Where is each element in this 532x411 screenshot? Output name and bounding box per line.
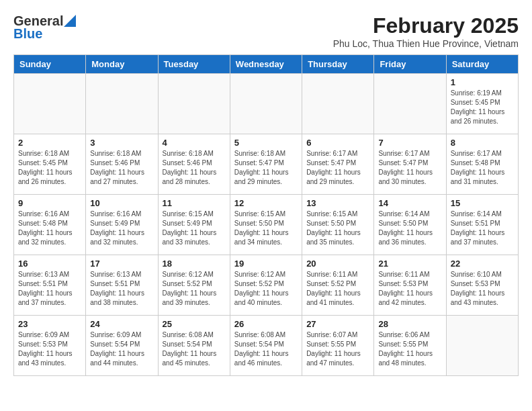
day-number: 25 bbox=[163, 319, 226, 329]
calendar-cell bbox=[302, 74, 374, 134]
day-info: Sunrise: 6:15 AM Sunset: 5:49 PM Dayligh… bbox=[163, 210, 226, 247]
day-info: Sunrise: 6:14 AM Sunset: 5:51 PM Dayligh… bbox=[451, 210, 514, 247]
day-number: 12 bbox=[234, 198, 298, 208]
day-number: 24 bbox=[90, 319, 153, 329]
day-number: 23 bbox=[18, 319, 81, 329]
day-number: 15 bbox=[451, 198, 514, 208]
day-info: Sunrise: 6:15 AM Sunset: 5:50 PM Dayligh… bbox=[306, 210, 369, 247]
day-number: 26 bbox=[234, 319, 298, 329]
calendar-cell: 4Sunrise: 6:18 AM Sunset: 5:46 PM Daylig… bbox=[158, 134, 230, 195]
day-number: 9 bbox=[18, 198, 81, 208]
header-row: SundayMondayTuesdayWednesdayThursdayFrid… bbox=[14, 55, 519, 74]
calendar-cell: 9Sunrise: 6:16 AM Sunset: 5:48 PM Daylig… bbox=[14, 195, 86, 255]
header: General Blue February 2025 Phu Loc, Thua… bbox=[13, 13, 519, 49]
calendar-cell: 6Sunrise: 6:17 AM Sunset: 5:47 PM Daylig… bbox=[302, 134, 374, 195]
day-info: Sunrise: 6:16 AM Sunset: 5:48 PM Dayligh… bbox=[18, 210, 81, 247]
day-info: Sunrise: 6:17 AM Sunset: 5:47 PM Dayligh… bbox=[306, 149, 369, 187]
day-number: 17 bbox=[90, 259, 153, 269]
day-number: 28 bbox=[378, 319, 441, 329]
logo-icon bbox=[64, 15, 76, 27]
day-info: Sunrise: 6:09 AM Sunset: 5:53 PM Dayligh… bbox=[18, 330, 81, 368]
day-info: Sunrise: 6:09 AM Sunset: 5:54 PM Dayligh… bbox=[90, 330, 153, 368]
week-row-2: 2Sunrise: 6:18 AM Sunset: 5:45 PM Daylig… bbox=[14, 134, 519, 195]
calendar-cell: 13Sunrise: 6:15 AM Sunset: 5:50 PM Dayli… bbox=[302, 195, 374, 255]
day-info: Sunrise: 6:18 AM Sunset: 5:47 PM Dayligh… bbox=[234, 149, 298, 187]
day-info: Sunrise: 6:14 AM Sunset: 5:50 PM Dayligh… bbox=[378, 210, 441, 247]
day-header-monday: Monday bbox=[86, 55, 158, 74]
day-number: 27 bbox=[306, 319, 369, 329]
logo-blue: Blue bbox=[13, 26, 42, 42]
day-info: Sunrise: 6:08 AM Sunset: 5:54 PM Dayligh… bbox=[163, 330, 226, 368]
day-info: Sunrise: 6:19 AM Sunset: 5:45 PM Dayligh… bbox=[451, 89, 514, 126]
day-number: 14 bbox=[378, 198, 441, 208]
day-info: Sunrise: 6:07 AM Sunset: 5:55 PM Dayligh… bbox=[306, 330, 369, 368]
calendar-cell: 18Sunrise: 6:12 AM Sunset: 5:52 PM Dayli… bbox=[158, 255, 230, 316]
week-row-1: 1Sunrise: 6:19 AM Sunset: 5:45 PM Daylig… bbox=[14, 74, 519, 134]
week-row-5: 23Sunrise: 6:09 AM Sunset: 5:53 PM Dayli… bbox=[14, 316, 519, 376]
day-header-sunday: Sunday bbox=[14, 55, 86, 74]
calendar-cell: 3Sunrise: 6:18 AM Sunset: 5:46 PM Daylig… bbox=[86, 134, 158, 195]
calendar-cell: 22Sunrise: 6:10 AM Sunset: 5:53 PM Dayli… bbox=[446, 255, 518, 316]
day-info: Sunrise: 6:16 AM Sunset: 5:49 PM Dayligh… bbox=[90, 210, 153, 247]
calendar-cell: 5Sunrise: 6:18 AM Sunset: 5:47 PM Daylig… bbox=[230, 134, 302, 195]
day-number: 2 bbox=[18, 138, 81, 148]
calendar-cell bbox=[86, 74, 158, 134]
calendar-cell: 1Sunrise: 6:19 AM Sunset: 5:45 PM Daylig… bbox=[446, 74, 518, 134]
logo: General Blue bbox=[13, 13, 76, 42]
calendar-cell: 16Sunrise: 6:13 AM Sunset: 5:51 PM Dayli… bbox=[14, 255, 86, 316]
day-info: Sunrise: 6:13 AM Sunset: 5:51 PM Dayligh… bbox=[90, 270, 153, 308]
day-info: Sunrise: 6:12 AM Sunset: 5:52 PM Dayligh… bbox=[234, 270, 298, 308]
week-row-3: 9Sunrise: 6:16 AM Sunset: 5:48 PM Daylig… bbox=[14, 195, 519, 255]
calendar-title: February 2025 bbox=[333, 13, 519, 38]
calendar-subtitle: Phu Loc, Thua Thien Hue Province, Vietna… bbox=[333, 38, 519, 49]
calendar-cell: 21Sunrise: 6:11 AM Sunset: 5:53 PM Dayli… bbox=[374, 255, 446, 316]
calendar-cell: 10Sunrise: 6:16 AM Sunset: 5:49 PM Dayli… bbox=[86, 195, 158, 255]
day-info: Sunrise: 6:17 AM Sunset: 5:47 PM Dayligh… bbox=[378, 149, 441, 187]
calendar-cell: 15Sunrise: 6:14 AM Sunset: 5:51 PM Dayli… bbox=[446, 195, 518, 255]
calendar-cell: 19Sunrise: 6:12 AM Sunset: 5:52 PM Dayli… bbox=[230, 255, 302, 316]
svg-marker-0 bbox=[64, 15, 76, 27]
day-number: 5 bbox=[234, 138, 298, 148]
calendar-cell: 26Sunrise: 6:08 AM Sunset: 5:54 PM Dayli… bbox=[230, 316, 302, 376]
day-info: Sunrise: 6:18 AM Sunset: 5:45 PM Dayligh… bbox=[18, 149, 81, 187]
day-info: Sunrise: 6:11 AM Sunset: 5:53 PM Dayligh… bbox=[378, 270, 441, 308]
day-header-tuesday: Tuesday bbox=[158, 55, 230, 74]
day-number: 3 bbox=[90, 138, 153, 148]
calendar-cell bbox=[374, 74, 446, 134]
calendar-table: SundayMondayTuesdayWednesdayThursdayFrid… bbox=[13, 54, 519, 376]
day-number: 6 bbox=[306, 138, 369, 148]
calendar-cell bbox=[230, 74, 302, 134]
calendar-cell: 11Sunrise: 6:15 AM Sunset: 5:49 PM Dayli… bbox=[158, 195, 230, 255]
calendar-cell bbox=[158, 74, 230, 134]
day-number: 7 bbox=[378, 138, 441, 148]
calendar-cell: 8Sunrise: 6:17 AM Sunset: 5:48 PM Daylig… bbox=[446, 134, 518, 195]
day-info: Sunrise: 6:06 AM Sunset: 5:55 PM Dayligh… bbox=[378, 330, 441, 368]
calendar-cell: 20Sunrise: 6:11 AM Sunset: 5:52 PM Dayli… bbox=[302, 255, 374, 316]
day-number: 10 bbox=[90, 198, 153, 208]
calendar-cell bbox=[446, 316, 518, 376]
day-info: Sunrise: 6:17 AM Sunset: 5:48 PM Dayligh… bbox=[451, 149, 514, 187]
day-info: Sunrise: 6:15 AM Sunset: 5:50 PM Dayligh… bbox=[234, 210, 298, 247]
week-row-4: 16Sunrise: 6:13 AM Sunset: 5:51 PM Dayli… bbox=[14, 255, 519, 316]
day-number: 20 bbox=[306, 259, 369, 269]
calendar-cell: 12Sunrise: 6:15 AM Sunset: 5:50 PM Dayli… bbox=[230, 195, 302, 255]
day-number: 13 bbox=[306, 198, 369, 208]
day-header-wednesday: Wednesday bbox=[230, 55, 302, 74]
day-header-saturday: Saturday bbox=[446, 55, 518, 74]
calendar-cell: 27Sunrise: 6:07 AM Sunset: 5:55 PM Dayli… bbox=[302, 316, 374, 376]
day-number: 11 bbox=[163, 198, 226, 208]
day-number: 16 bbox=[18, 259, 81, 269]
calendar-cell: 17Sunrise: 6:13 AM Sunset: 5:51 PM Dayli… bbox=[86, 255, 158, 316]
calendar-cell: 23Sunrise: 6:09 AM Sunset: 5:53 PM Dayli… bbox=[14, 316, 86, 376]
day-number: 18 bbox=[163, 259, 226, 269]
day-number: 19 bbox=[234, 259, 298, 269]
day-number: 21 bbox=[378, 259, 441, 269]
day-info: Sunrise: 6:10 AM Sunset: 5:53 PM Dayligh… bbox=[451, 270, 514, 308]
calendar-cell: 7Sunrise: 6:17 AM Sunset: 5:47 PM Daylig… bbox=[374, 134, 446, 195]
day-number: 22 bbox=[451, 259, 514, 269]
day-header-thursday: Thursday bbox=[302, 55, 374, 74]
day-info: Sunrise: 6:18 AM Sunset: 5:46 PM Dayligh… bbox=[90, 149, 153, 187]
calendar-cell bbox=[14, 74, 86, 134]
calendar-cell: 24Sunrise: 6:09 AM Sunset: 5:54 PM Dayli… bbox=[86, 316, 158, 376]
day-info: Sunrise: 6:13 AM Sunset: 5:51 PM Dayligh… bbox=[18, 270, 81, 308]
